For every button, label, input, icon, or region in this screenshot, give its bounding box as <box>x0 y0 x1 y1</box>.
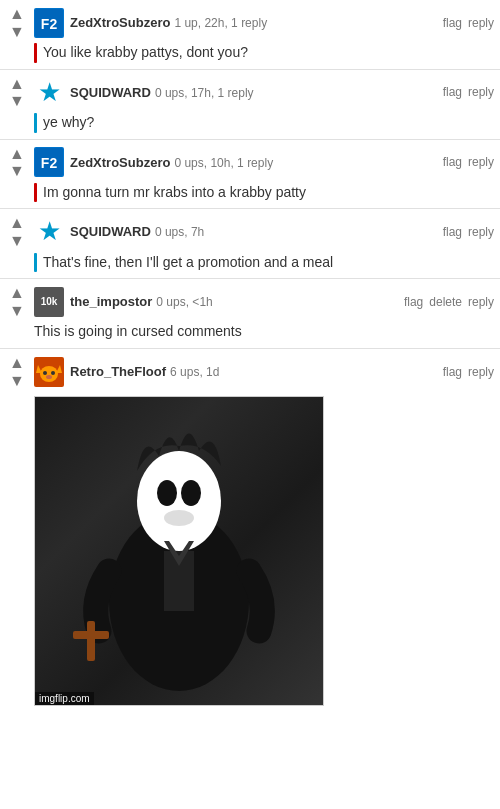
reply-link-5[interactable]: reply <box>468 295 494 309</box>
reply-link-4[interactable]: reply <box>468 225 494 239</box>
comment-1-header: ▲ ▼ F2 ZedXtroSubzero 1 up, 22h, 1 reply… <box>0 0 500 43</box>
vote-controls-6: ▲ ▼ <box>6 354 28 389</box>
comment-3-body: Im gonna turn mr krabs into a krabby pat… <box>0 183 500 209</box>
reply-link-3[interactable]: reply <box>468 155 494 169</box>
comment-image-6: imgflip.com <box>34 396 324 706</box>
vote-controls-3: ▲ ▼ <box>6 145 28 180</box>
meta-info-4: 0 ups, 7h <box>155 225 204 239</box>
left-spacer-1 <box>6 43 28 63</box>
username-3: ZedXtroSubzero <box>70 155 170 170</box>
meta-2: SQUIDWARD 0 ups, 17h, 1 reply <box>70 85 443 100</box>
comment-1: ▲ ▼ F2 ZedXtroSubzero 1 up, 22h, 1 reply… <box>0 0 500 70</box>
meta-4: SQUIDWARD 0 ups, 7h <box>70 224 443 239</box>
left-spacer-3 <box>6 183 28 203</box>
downvote-1[interactable]: ▼ <box>9 23 25 41</box>
flag-link-3[interactable]: flag <box>443 155 462 169</box>
blue-bar-2 <box>34 113 37 133</box>
meta-info-3: 0 ups, 10h, 1 reply <box>174 156 273 170</box>
meta-info-5: 0 ups, <1h <box>156 295 212 309</box>
svg-point-8 <box>43 371 47 375</box>
flag-link-6[interactable]: flag <box>443 365 462 379</box>
comment-5-header: ▲ ▼ 10k the_impostor 0 ups, <1h flag del… <box>0 279 500 322</box>
comment-6-body: imgflip.com <box>0 392 500 712</box>
comment-text-5: This is going in cursed comments <box>34 322 494 342</box>
comment-text-1: You like krabby pattys, dont you? <box>43 43 494 63</box>
meta-3: ZedXtroSubzero 0 ups, 10h, 1 reply <box>70 155 443 170</box>
comment-5-body: This is going in cursed comments <box>0 322 500 348</box>
upvote-1[interactable]: ▲ <box>9 5 25 23</box>
reply-link-1[interactable]: reply <box>468 16 494 30</box>
flag-link-4[interactable]: flag <box>443 225 462 239</box>
red-bar-1 <box>34 43 37 63</box>
meme-image: imgflip.com <box>34 396 324 706</box>
comment-6-header: ▲ ▼ Retro_TheFloof 6 ups, 1d flag repl <box>0 349 500 392</box>
svg-text:F2: F2 <box>41 155 58 171</box>
comment-5: ▲ ▼ 10k the_impostor 0 ups, <1h flag del… <box>0 279 500 349</box>
vote-controls-2: ▲ ▼ <box>6 75 28 110</box>
vote-controls-5: ▲ ▼ <box>6 284 28 319</box>
left-spacer-6 <box>6 392 28 706</box>
comment-text-3: Im gonna turn mr krabs into a krabby pat… <box>43 183 494 203</box>
svg-point-15 <box>181 480 201 506</box>
action-links-1: flag reply <box>443 16 494 30</box>
upvote-2[interactable]: ▲ <box>9 75 25 93</box>
meta-6: Retro_TheFloof 6 ups, 1d <box>70 364 443 379</box>
meta-info-1: 1 up, 22h, 1 reply <box>174 16 267 30</box>
comment-4: ▲ ▼ ★ SQUIDWARD 0 ups, 7h flag reply Tha… <box>0 209 500 279</box>
flag-link-5[interactable]: flag <box>404 295 423 309</box>
svg-point-14 <box>157 480 177 506</box>
action-links-3: flag reply <box>443 155 494 169</box>
downvote-6[interactable]: ▼ <box>9 372 25 390</box>
upvote-3[interactable]: ▲ <box>9 145 25 163</box>
comment-1-body: You like krabby pattys, dont you? <box>0 43 500 69</box>
downvote-5[interactable]: ▼ <box>9 302 25 320</box>
meta-5: the_impostor 0 ups, <1h <box>70 294 404 309</box>
action-links-5: flag delete reply <box>404 295 494 309</box>
upvote-4[interactable]: ▲ <box>9 214 25 232</box>
left-spacer-4 <box>6 253 28 273</box>
watermark: imgflip.com <box>35 692 94 705</box>
svg-point-9 <box>51 371 55 375</box>
meta-1: ZedXtroSubzero 1 up, 22h, 1 reply <box>70 15 443 30</box>
username-2: SQUIDWARD <box>70 85 151 100</box>
reply-link-2[interactable]: reply <box>468 85 494 99</box>
delete-link-5[interactable]: delete <box>429 295 462 309</box>
username-1: ZedXtroSubzero <box>70 15 170 30</box>
svg-point-7 <box>40 366 58 382</box>
left-spacer-5 <box>6 322 28 342</box>
figure-svg <box>39 401 319 701</box>
avatar-2: ★ <box>34 77 64 107</box>
svg-point-10 <box>46 375 52 379</box>
action-links-6: flag reply <box>443 365 494 379</box>
flag-link-1[interactable]: flag <box>443 16 462 30</box>
impostor-badge: 10k <box>41 296 58 307</box>
svg-rect-18 <box>73 631 109 639</box>
avatar-3: F2 <box>34 147 64 177</box>
upvote-5[interactable]: ▲ <box>9 284 25 302</box>
flag-link-2[interactable]: flag <box>443 85 462 99</box>
downvote-2[interactable]: ▼ <box>9 92 25 110</box>
action-links-2: flag reply <box>443 85 494 99</box>
action-links-4: flag reply <box>443 225 494 239</box>
comment-3-header: ▲ ▼ F2 ZedXtroSubzero 0 ups, 10h, 1 repl… <box>0 140 500 183</box>
downvote-4[interactable]: ▼ <box>9 232 25 250</box>
downvote-3[interactable]: ▼ <box>9 162 25 180</box>
comment-text-2: ye why? <box>43 113 494 133</box>
username-6: Retro_TheFloof <box>70 364 166 379</box>
avatar-4: ★ <box>34 217 64 247</box>
star-icon-2: ★ <box>38 77 61 108</box>
username-5: the_impostor <box>70 294 152 309</box>
star-icon-4: ★ <box>38 216 61 247</box>
comment-2: ▲ ▼ ★ SQUIDWARD 0 ups, 17h, 1 reply flag… <box>0 70 500 140</box>
meta-info-2: 0 ups, 17h, 1 reply <box>155 86 254 100</box>
avatar-1: F2 <box>34 8 64 38</box>
comment-2-body: ye why? <box>0 113 500 139</box>
meta-info-6: 6 ups, 1d <box>170 365 219 379</box>
comment-4-body: That's fine, then I'll get a promotion a… <box>0 253 500 279</box>
comment-6: ▲ ▼ Retro_TheFloof 6 ups, 1d flag repl <box>0 349 500 712</box>
avatar-6 <box>34 357 64 387</box>
svg-rect-17 <box>87 621 95 661</box>
upvote-6[interactable]: ▲ <box>9 354 25 372</box>
reply-link-6[interactable]: reply <box>468 365 494 379</box>
comment-3: ▲ ▼ F2 ZedXtroSubzero 0 ups, 10h, 1 repl… <box>0 140 500 210</box>
